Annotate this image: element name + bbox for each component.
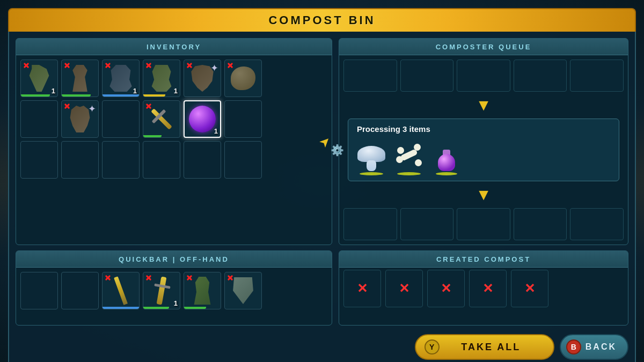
inv-slot-2-2[interactable]: ✦: [61, 100, 99, 138]
qb-slot-3[interactable]: [102, 272, 140, 309]
quickbar-row: 1: [16, 268, 332, 314]
bar-fill: [143, 135, 162, 137]
qb-slot-5[interactable]: [184, 272, 221, 309]
inv-slot-3-1[interactable]: [20, 141, 58, 179]
inv-slot-2-1[interactable]: [20, 100, 58, 138]
item-bar: [143, 135, 180, 137]
item-count: 1: [174, 87, 178, 95]
gear-icon: ⚙️: [331, 144, 344, 157]
queue-slot-2[interactable]: [400, 60, 454, 92]
item-count: 1: [133, 87, 137, 95]
rock-icon: [231, 67, 255, 90]
inventory-panel: INVENTORY 1: [16, 38, 332, 245]
processing-box: Processing 3 items: [348, 119, 619, 181]
item-count: 1: [52, 87, 55, 95]
quickbar-panel: QUICKBAR | OFF-HAND: [16, 250, 332, 326]
queue-slot-9[interactable]: [514, 208, 567, 240]
shield-icon: [232, 277, 254, 304]
inventory-row-3: [20, 141, 327, 179]
composter-body: ▼ ⚙️ Processing 3 items: [339, 55, 628, 245]
processing-bone: [394, 139, 423, 175]
processing-area: ⚙️ Processing 3 items: [343, 116, 624, 183]
inv-slot-2-6[interactable]: [224, 100, 262, 138]
compost-slots: ✕ ✕ ✕ ✕ ✕: [339, 268, 628, 309]
inv-slot-1-3[interactable]: 1: [102, 60, 140, 97]
x-mark: [144, 102, 153, 110]
queue-grid: [339, 55, 628, 96]
inv-slot-1-5[interactable]: ✦: [184, 60, 221, 97]
spear-icon: [114, 276, 128, 305]
take-all-button[interactable]: Y TAKE ALL: [415, 334, 554, 360]
processing-items-label: items: [407, 124, 430, 134]
red-x-icon: ✕: [441, 281, 451, 296]
bar-fill: [62, 94, 91, 97]
queue-slot-3[interactable]: [457, 60, 510, 92]
inv-slot-3-2[interactable]: [61, 141, 99, 179]
compost-header: CREATED COMPOST: [339, 251, 628, 268]
compost-slot-1[interactable]: ✕: [343, 270, 381, 307]
queue-slot-1[interactable]: [343, 60, 397, 92]
inv-slot-1-1[interactable]: 1: [20, 60, 58, 97]
back-label: BACK: [586, 342, 617, 352]
qb-slot-4[interactable]: 1: [143, 272, 180, 309]
queue-slot-10[interactable]: [570, 208, 624, 240]
composter-title: COMPOSTER QUEUE: [436, 43, 532, 51]
b-button-icon: B: [566, 339, 581, 354]
inv-slot-3-5[interactable]: [184, 141, 221, 179]
qb-slot-6[interactable]: [224, 272, 262, 309]
page-title: COMPOST BIN: [268, 13, 375, 27]
bar-fill: [143, 94, 165, 97]
processing-label: Processing: [357, 124, 402, 134]
processing-title: Processing 3 items: [357, 124, 610, 134]
inv-slot-1-2[interactable]: [61, 60, 99, 97]
queue-slot-6[interactable]: [343, 208, 397, 240]
arrow-down-1: ▼: [339, 96, 628, 114]
inventory-header: INVENTORY: [16, 39, 332, 55]
inv-slot-3-6[interactable]: [224, 141, 262, 179]
back-button[interactable]: B BACK: [560, 334, 628, 360]
inv-slot-2-3[interactable]: [102, 100, 140, 138]
inv-slot-2-5[interactable]: 1: [184, 100, 221, 138]
x-mark: [63, 102, 71, 110]
inv-slot-3-3[interactable]: [102, 141, 140, 179]
x-mark: [144, 274, 153, 282]
inv-slot-1-6[interactable]: [224, 60, 262, 97]
qb-slot-2[interactable]: [61, 272, 99, 309]
red-x-icon: ✕: [482, 281, 493, 296]
qb-slot-1[interactable]: [20, 272, 58, 309]
take-all-label: TAKE ALL: [445, 342, 537, 353]
queue-slot-5[interactable]: [570, 60, 624, 92]
inv-slot-1-4[interactable]: 1: [143, 60, 180, 97]
x-mark: [104, 61, 112, 70]
x-mark: [226, 274, 235, 282]
compost-slot-3[interactable]: ✕: [427, 270, 465, 307]
item-bar: [184, 307, 221, 309]
x-mark: [22, 61, 31, 70]
inv-slot-3-4[interactable]: [143, 141, 180, 179]
inventory-row-1: 1 1: [20, 60, 327, 97]
quickbar-header: QUICKBAR | OFF-HAND: [16, 251, 332, 268]
arrow-down-2: ▼: [339, 186, 628, 204]
bar-fill: [184, 307, 206, 309]
red-x-icon: ✕: [399, 281, 409, 296]
content-area: INVENTORY 1: [8, 32, 636, 362]
compost-slot-4[interactable]: ✕: [469, 270, 507, 307]
inv-slot-2-4[interactable]: [143, 100, 180, 138]
y-button-icon: Y: [425, 339, 440, 354]
queue-slot-7[interactable]: [400, 208, 454, 240]
queue-slot-8[interactable]: [457, 208, 510, 240]
mushroom-icon: [357, 139, 386, 171]
bottom-row: QUICKBAR | OFF-HAND: [16, 250, 628, 326]
inventory-row-2: ✦: [20, 100, 327, 138]
orb-icon: [189, 106, 216, 132]
compost-slot-5[interactable]: ✕: [511, 270, 548, 307]
compost-slot-2[interactable]: ✕: [385, 270, 423, 307]
red-x-icon: ✕: [524, 281, 535, 296]
x-mark: [185, 61, 194, 70]
queue-slot-4[interactable]: [514, 60, 567, 92]
axe-qb-icon: [191, 277, 214, 305]
compost-title: CREATED COMPOST: [436, 255, 531, 263]
queue-grid-2: [339, 204, 628, 245]
sparkle-icon: ✦: [88, 103, 96, 115]
mushroom-base: [360, 172, 383, 175]
